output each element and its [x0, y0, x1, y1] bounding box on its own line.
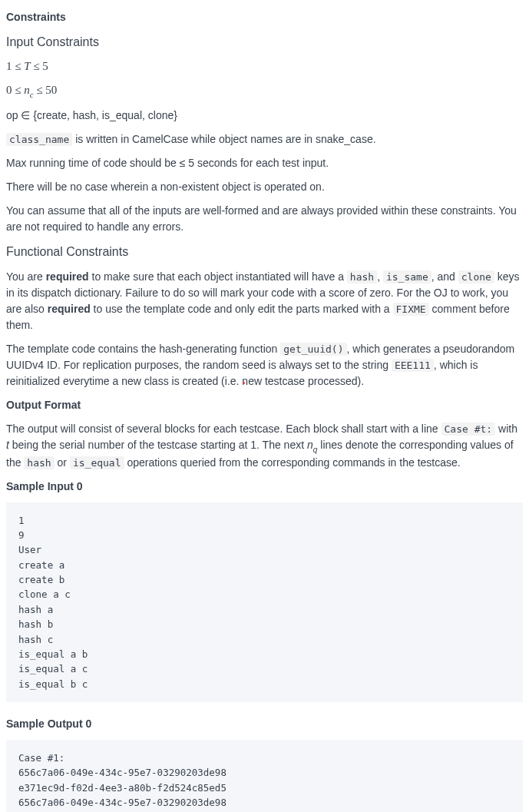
code-is-equal: is_equal: [70, 456, 124, 469]
sub-c: c: [30, 90, 34, 99]
output-format-para: The output will consist of several block…: [6, 421, 523, 471]
text: to make sure that each object instantiat…: [89, 270, 347, 283]
text: You are: [6, 270, 46, 283]
nc-low: 0: [6, 84, 12, 96]
text: ,: [377, 270, 383, 283]
var-n: n: [307, 439, 313, 451]
op-set-prefix: op ∈ {: [6, 109, 37, 121]
text: operations queried from the correspondin…: [124, 456, 461, 469]
op-leq: ≤: [36, 84, 42, 96]
section-sample-input-0: Sample Input 0: [6, 479, 523, 495]
constraint-max-time: Max running time of code should be ≤ 5 s…: [6, 155, 523, 171]
required-word: required: [48, 303, 91, 315]
code-hash: hash: [347, 270, 377, 283]
op-set-items: create, hash, is_equal, clone: [37, 109, 174, 121]
text: The output will consist of several block…: [6, 423, 441, 435]
sub-q: q: [313, 446, 318, 454]
constraint-well-formed: You can assume that all of the inputs ar…: [6, 203, 523, 235]
var-n: n: [24, 84, 30, 96]
constraint-nc-range: 0 ≤ nc ≤ 50: [6, 81, 523, 100]
text: being the serial number of the testcase …: [9, 439, 307, 451]
constraint-T-range: 1 ≤ T ≤ 5: [6, 58, 523, 75]
functional-para-1: You are required to make sure that each …: [6, 269, 523, 333]
T-high: 5: [42, 60, 48, 72]
code-get-uuid: get_uuid(): [280, 343, 346, 356]
red-dot-artifact: [243, 382, 245, 384]
text: The template code contains the hash-gene…: [6, 343, 280, 355]
functional-para-2: The template code contains the hash-gene…: [6, 341, 523, 389]
section-functional-constraints: Functional Constraints: [6, 243, 523, 261]
code-class-name: class_name: [6, 133, 72, 146]
code-case: Case #t:: [441, 423, 496, 436]
section-constraints: Constraints: [6, 9, 523, 25]
T-low: 1: [6, 60, 12, 72]
op-leq: ≤: [33, 60, 39, 72]
nc-high: 50: [45, 84, 57, 96]
text: , and: [431, 270, 458, 283]
required-word: required: [46, 270, 89, 283]
code-fixme: FIXME: [393, 303, 429, 316]
constraint-op-set: op ∈ {create, hash, is_equal, clone}: [6, 108, 523, 124]
section-output-format: Output Format: [6, 397, 523, 413]
sample-input-0-block: 1 9 User create a create b clone a c has…: [6, 502, 523, 703]
code-hash: hash: [24, 456, 54, 469]
text: with: [495, 423, 517, 435]
section-sample-output-0: Sample Output 0: [6, 716, 523, 732]
constraint-no-missing: There will be no case wherein a non-exis…: [6, 179, 523, 195]
var-T: T: [24, 60, 30, 72]
class-name-rest: is written in CamelCase while object nam…: [72, 133, 375, 145]
code-clone: clone: [458, 270, 494, 283]
code-is-same: is_same: [383, 270, 431, 283]
op-set-suffix: }: [174, 109, 177, 121]
section-input-constraints: Input Constraints: [6, 33, 523, 51]
code-seed: EEE111: [392, 359, 434, 372]
text: or: [55, 456, 70, 469]
text: to use the template code and only edit t…: [91, 303, 393, 315]
op-leq: ≤: [15, 60, 21, 72]
constraint-class-name: class_name is written in CamelCase while…: [6, 131, 523, 147]
op-leq: ≤: [15, 84, 21, 96]
sample-output-0-block: Case #1: 656c7a06-049e-434c-95e7-0329020…: [6, 740, 523, 812]
